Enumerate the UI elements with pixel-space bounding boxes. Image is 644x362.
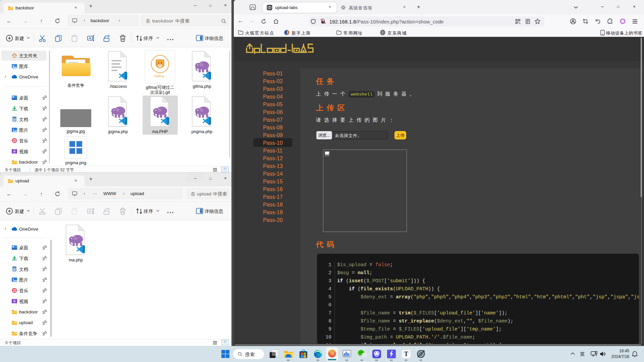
svg-text:loading -: loading - [154, 74, 166, 78]
svg-text:T: T [404, 351, 408, 357]
